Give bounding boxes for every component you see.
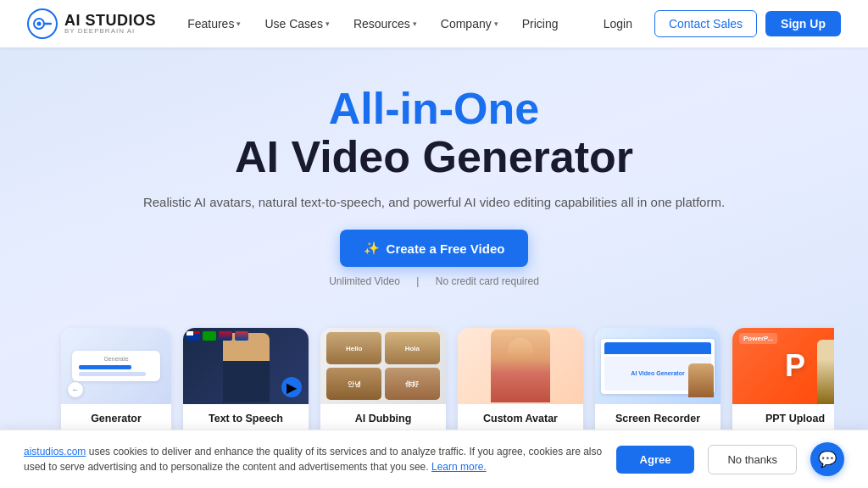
card-image-avatar bbox=[458, 328, 583, 404]
cta-subtext: Unlimited Video | No credit card require… bbox=[34, 275, 834, 287]
svg-point-1 bbox=[37, 22, 42, 26]
hero-title-colored: All-in-One bbox=[34, 85, 834, 133]
logo-icon bbox=[27, 8, 58, 39]
card-image-tts: ▶ bbox=[183, 328, 309, 404]
chevron-down-icon: ▾ bbox=[236, 19, 241, 28]
card-image-screen: AI Video Generator bbox=[595, 328, 721, 404]
card-title: AI Dubbing bbox=[329, 413, 437, 424]
signup-button[interactable]: Sign Up bbox=[765, 11, 841, 36]
nav-links: Features ▾ Use Cases ▾ Resources ▾ Compa… bbox=[177, 12, 568, 36]
card-title: Custom Avatar bbox=[466, 413, 575, 424]
cookie-banner: aistudios.com uses cookies to deliver an… bbox=[0, 430, 868, 488]
logo-name: AI STUDIOS bbox=[64, 13, 156, 28]
hero-subtitle: Realistic AI avatars, natural text-to-sp… bbox=[34, 195, 834, 209]
logo[interactable]: AI STUDIOS by DEEPBRAIN AI bbox=[27, 8, 156, 39]
powerpoint-icon: P bbox=[785, 348, 805, 384]
chevron-down-icon: ▾ bbox=[494, 19, 498, 28]
card-image-dubbing: Hello Hola 안녕 你好 bbox=[320, 328, 446, 404]
nav-company[interactable]: Company ▾ bbox=[431, 12, 509, 36]
card-title: PPT Upload bbox=[741, 413, 834, 424]
chevron-down-icon: ▾ bbox=[413, 19, 417, 28]
cookie-agree-button[interactable]: Agree bbox=[616, 446, 695, 474]
cookie-no-thanks-button[interactable]: No thanks bbox=[708, 445, 797, 474]
card-image-ppt: P PowerP... bbox=[732, 328, 834, 404]
card-title: Generator bbox=[70, 413, 163, 424]
nav-resources[interactable]: Resources ▾ bbox=[343, 12, 427, 36]
create-video-button[interactable]: ✨ Create a Free Video bbox=[340, 230, 529, 267]
cookie-text: aistudios.com uses cookies to deliver an… bbox=[24, 444, 603, 474]
play-icon[interactable]: ▶ bbox=[281, 377, 302, 397]
nav-actions: Login Contact Sales Sign Up bbox=[590, 10, 841, 37]
nav-use-cases[interactable]: Use Cases ▾ bbox=[254, 12, 339, 36]
chat-icon: 💬 bbox=[818, 450, 837, 469]
card-title: Text to Speech bbox=[192, 413, 300, 424]
hero-title-dark: AI Video Generator bbox=[34, 133, 834, 181]
card-title: Screen Recorder bbox=[604, 413, 712, 424]
login-button[interactable]: Login bbox=[590, 11, 646, 36]
contact-sales-button[interactable]: Contact Sales bbox=[654, 10, 757, 37]
hero-section: All-in-One AI Video Generator Realistic … bbox=[0, 47, 868, 488]
navbar: AI STUDIOS by DEEPBRAIN AI Features ▾ Us… bbox=[0, 0, 868, 47]
chevron-down-icon: ▾ bbox=[326, 19, 330, 28]
nav-features[interactable]: Features ▾ bbox=[177, 12, 251, 36]
wand-icon: ✨ bbox=[364, 241, 380, 256]
arrow-left-icon[interactable]: ← bbox=[68, 382, 83, 397]
logo-sub: by DEEPBRAIN AI bbox=[64, 28, 156, 35]
cookie-site-link[interactable]: aistudios.com bbox=[24, 446, 86, 458]
chat-button[interactable]: 💬 bbox=[810, 442, 844, 476]
cookie-learn-more-link[interactable]: Learn more. bbox=[431, 461, 487, 473]
card-image-generator: Generate ← bbox=[61, 328, 171, 404]
nav-pricing[interactable]: Pricing bbox=[512, 12, 569, 36]
